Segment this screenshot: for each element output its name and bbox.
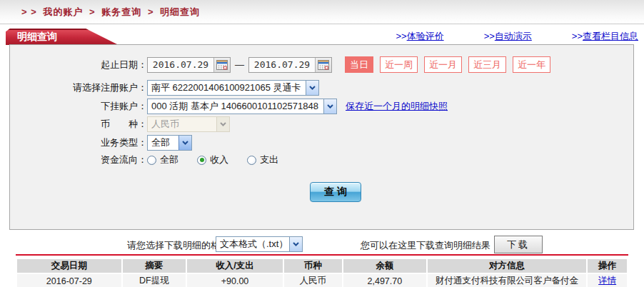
dropdown-arrow-icon	[306, 81, 318, 95]
tab-detail-query[interactable]: 明细查询	[6, 29, 119, 45]
cell-action: 详情	[588, 274, 627, 287]
header-action: 操作	[588, 259, 627, 273]
currency-select: 人民币	[147, 116, 230, 132]
header-income-expense: 收入/支出	[187, 259, 283, 273]
query-form-panel: 起止日期： 2016.07.29	[9, 44, 634, 230]
calendar-icon[interactable]	[213, 58, 230, 72]
toolbar-links: >>体验评价 >>自动演示 >>查看栏目信息	[396, 30, 638, 43]
quick-button-last-week[interactable]: 近一周	[380, 56, 418, 73]
download-format-label: 请您选择下载明细的格式	[127, 239, 229, 252]
fund-flow-row: 资金流向： 全部 收入 支出	[10, 153, 633, 166]
header-summary: 摘要	[123, 259, 186, 273]
start-date-field[interactable]: 2016.07.29	[147, 57, 231, 73]
business-type-label: 业务类型：	[10, 136, 147, 149]
header-currency: 币种	[284, 259, 342, 273]
breadcrumb-item-my-account[interactable]: 我的账户	[43, 6, 83, 17]
dropdown-arrow-icon	[323, 99, 336, 114]
link-view-column-info[interactable]: >>查看栏目信息	[572, 30, 638, 43]
registered-account-label: 请选择注册账户：	[10, 81, 147, 94]
radio-flow-expense[interactable]: 支出	[247, 153, 278, 166]
table-top-divider	[16, 254, 628, 256]
quick-button-last-month[interactable]: 近一月	[424, 56, 462, 73]
radio-flow-income[interactable]: 收入	[197, 153, 228, 166]
business-type-row: 业务类型： 全部	[10, 135, 633, 151]
download-button[interactable]: 下载	[494, 236, 543, 253]
detail-link[interactable]: 详情	[598, 276, 616, 286]
sub-account-select[interactable]: 000 活期 基本户 1406600101102571848	[147, 99, 337, 114]
dropdown-arrow-icon	[216, 117, 229, 131]
header-trade-date: 交易日期	[17, 259, 121, 273]
dropdown-arrow-icon	[289, 237, 302, 251]
download-row: 请您选择下载明细的格式 文本格式（.txt） 您可以在这里下载查询明细结果 下载	[0, 236, 644, 254]
currency-row: 币 种： 人民币	[10, 116, 633, 132]
cell-counterparty: 财付通支付科技有限公司客户备付金	[428, 274, 586, 287]
header-counterparty: 对方信息	[428, 259, 586, 273]
breadcrumb-prefix: > >	[21, 6, 37, 17]
download-hint: 您可以在这里下载查询明细结果	[361, 239, 490, 252]
table-row: 2016-07-29 DF提现 +90.00 人民币 2,497.70 财付通支…	[17, 274, 627, 287]
business-type-select[interactable]: 全部	[147, 135, 192, 151]
registered-account-row: 请选择注册账户： 南平 6222001406100921065 灵通卡	[10, 80, 633, 96]
cell-currency: 人民币	[284, 274, 342, 287]
download-format-select[interactable]: 文本格式（.txt）	[216, 236, 303, 252]
date-separator: —	[235, 59, 244, 70]
transactions-table: 交易日期 摘要 收入/支出 币种 余额 对方信息 操作 2016-07-29 D…	[16, 258, 628, 287]
date-range-label: 起止日期：	[10, 59, 147, 71]
link-auto-demo[interactable]: >>自动演示	[484, 30, 532, 43]
radio-icon[interactable]	[247, 156, 256, 165]
quick-button-last-year[interactable]: 近一年	[513, 56, 550, 73]
breadcrumb-separator: >	[148, 6, 154, 17]
cell-trade-date: 2016-07-29	[17, 274, 121, 287]
breadcrumb-separator: >	[89, 6, 96, 17]
cell-balance: 2,497.70	[343, 274, 426, 287]
table-header-row: 交易日期 摘要 收入/支出 币种 余额 对方信息 操作	[17, 259, 627, 273]
query-button[interactable]: 查 询	[310, 182, 361, 202]
dropdown-arrow-icon	[178, 136, 191, 150]
registered-account-select[interactable]: 南平 6222001406100921065 灵通卡	[147, 80, 319, 96]
radio-flow-all[interactable]: 全部	[147, 153, 178, 166]
header-balance: 余额	[343, 259, 426, 273]
calendar-icon[interactable]	[315, 58, 331, 72]
end-date-field[interactable]: 2016.07.29	[248, 57, 332, 73]
breadcrumb: > > 我的账户 > 账务查询 > 明细查询	[21, 6, 203, 19]
page: > > 我的账户 > 账务查询 > 明细查询 明细查询 >>体验评价 >>自动演…	[0, 0, 644, 287]
quick-range-buttons: 当日 近一周 近一月 近三月 近一年	[345, 56, 550, 73]
breadcrumb-item-detail-query: 明细查询	[160, 6, 200, 17]
breadcrumb-item-account-query[interactable]: 账务查询	[101, 6, 141, 17]
fund-flow-label: 资金流向：	[10, 153, 147, 166]
sub-account-row: 下挂账户： 000 活期 基本户 1406600101102571848 保存近…	[10, 99, 633, 114]
radio-checked-icon[interactable]	[197, 156, 206, 165]
quick-button-last-3-months[interactable]: 近三月	[468, 56, 506, 73]
cell-amount: +90.00	[187, 274, 283, 287]
sub-account-label: 下挂账户：	[10, 100, 147, 113]
currency-label: 币 种：	[10, 118, 147, 131]
link-experience-rating[interactable]: >>体验评价	[396, 30, 443, 43]
save-snapshot-link[interactable]: 保存近一个月的明细快照	[346, 100, 448, 113]
date-range-row: 起止日期： 2016.07.29	[10, 56, 633, 73]
quick-button-today[interactable]: 当日	[345, 56, 373, 73]
cell-summary: DF提现	[123, 274, 186, 287]
radio-icon[interactable]	[147, 156, 156, 165]
